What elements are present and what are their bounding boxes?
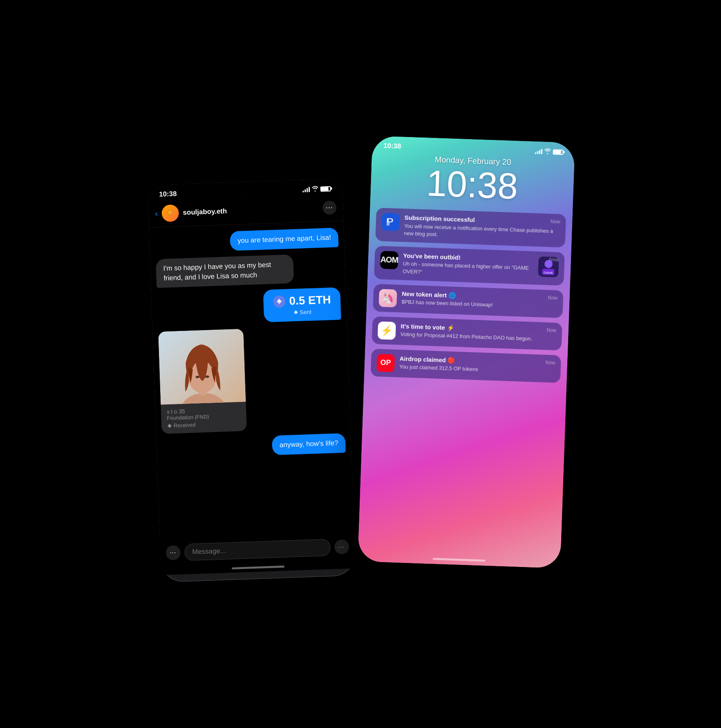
unicorn-icon: 🦄 [379,289,397,307]
right-phone: 10:38 Monday, February 20 [358,135,575,568]
token-content: New token alert 🌐 $PBJ has now been list… [401,290,558,311]
message-bubble-left-1: I'm so happy I have you as my best frien… [156,254,294,288]
message-bubble-right-2: anyway, how's life? [272,433,346,455]
input-more-button[interactable]: ··· [165,545,180,560]
airdrop-app-icon: OP [376,354,395,372]
left-status-time: 10:38 [159,190,177,199]
lock-screen: 10:38 Monday, February 20 [358,135,575,568]
outbid-content: You've been outbid! Uh oh - someone has … [403,251,534,279]
vote-app-icon: ⚡ [378,321,396,340]
svg-marker-6 [294,310,298,314]
subscription-content: Subscription successful You will now rec… [404,213,560,242]
phones-container: 10:38 ‹ [77,40,644,689]
airdrop-time: Now [545,359,555,365]
nft-received-label: Received [167,420,241,429]
paragraph-icon [381,213,400,231]
eth-sent-label: Sent [272,308,333,316]
svg-text:GAME: GAME [543,271,553,275]
signal-icon [303,186,310,192]
message-input[interactable]: Message... [184,539,330,561]
notification-airdrop[interactable]: OP Airdrop claimed 🔴 You just claimed 31… [371,348,561,382]
right-status-bar: 10:38 [372,135,575,156]
outbid-app-icon: AOM [380,251,399,269]
contact-name: souljaboy.eth [183,204,319,217]
header-more-button[interactable]: ··· [322,200,337,215]
right-wifi-icon [544,148,551,155]
outbid-time: Now [549,256,559,262]
send-button[interactable]: ··· [334,539,349,554]
left-phone: 10:38 ‹ [147,178,356,582]
messages-screen: ‹ souljaboy.eth ··· you are tearing me a… [148,195,356,575]
notification-vote[interactable]: ⚡ It's time to vote ⚡ Voting for Proposa… [372,316,562,350]
battery-icon [320,186,331,191]
nft-info: x l o 35 Foundation (FND) Received [161,402,247,434]
vote-time: Now [547,327,556,333]
eth-icon [273,295,285,308]
notification-subscription[interactable]: Subscription successful You will now rec… [375,208,566,247]
back-button[interactable]: ‹ [155,209,158,218]
message-bubble-right-1: you are tearing me apart, Lisa! [230,228,339,251]
avatar [161,204,179,221]
eth-send-bubble: 0.5 ETH Sent [263,287,341,322]
aom-icon: AOM [380,251,399,269]
nft-card: x l o 35 Foundation (FND) Received [158,329,247,434]
svg-marker-13 [167,423,172,427]
messages-list: you are tearing me apart, Lisa! I'm so h… [149,221,354,540]
token-time: Now [548,294,558,301]
nft-image [158,329,246,405]
subscription-time: Now [550,219,560,225]
token-app-icon: 🦄 [379,289,397,307]
right-status-time: 10:38 [383,142,401,150]
lock-time: 10:38 [370,163,574,206]
notifications-list: Subscription successful You will now rec… [358,199,573,557]
right-signal-icon [535,148,542,154]
right-battery-icon [553,149,563,155]
subscription-app-icon [381,213,400,231]
lightning-icon: ⚡ [378,321,396,340]
vote-content: It's time to vote ⚡ Voting for Proposal … [400,322,556,344]
wifi-icon [312,185,319,193]
right-status-icons [535,148,564,155]
eth-amount-display: 0.5 ETH [271,293,333,308]
left-status-icons [303,185,331,193]
op-icon: OP [376,354,395,372]
airdrop-content: Airdrop claimed 🔴 You just claimed 312.5… [399,354,555,376]
notification-outbid[interactable]: AOM You've been outbid! Uh oh - someone … [374,245,565,285]
home-indicator-right [433,558,485,562]
notification-token[interactable]: 🦄 New token alert 🌐 $PBJ has now been li… [373,283,563,318]
